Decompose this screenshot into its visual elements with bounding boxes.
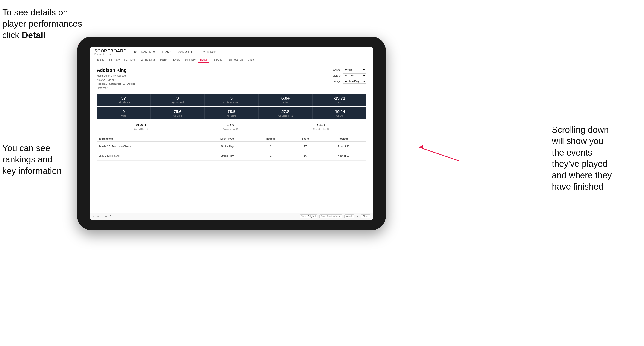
cell-rounds: 2 (252, 142, 290, 151)
tablet-frame: SCOREBOARD Powered by clippd TOURNAMENTS… (77, 37, 386, 230)
nav-rankings[interactable]: RANKINGS (202, 50, 216, 55)
table-row: Lady Coyote Invite Stroke Play 2 16 7 ou… (97, 151, 366, 161)
col-tournament: Tournament (97, 136, 202, 142)
record-item: 1-5-0Record vs top 25 (223, 123, 238, 131)
nav-tournaments[interactable]: TOURNAMENTS (134, 50, 155, 55)
stat-cell: 0Wins (97, 107, 151, 119)
col-score: Score (290, 136, 321, 142)
logo-area: SCOREBOARD Powered by clippd (94, 49, 127, 55)
annotation-bottom-left: You can see rankings and key information (2, 143, 80, 177)
stat-cell: 6.04Points (259, 94, 312, 106)
col-position: Position (321, 136, 366, 142)
division-select[interactable]: NJCAA I (343, 73, 366, 78)
table-row: Estella CC- Mountain Classic Stroke Play… (97, 142, 366, 151)
clock-icon[interactable]: ⏱ (110, 215, 112, 218)
logo-sub: Powered by clippd (94, 53, 127, 55)
record-item: 5-11-1Record vs top 50 (313, 123, 329, 131)
player-name: Addison King (97, 68, 134, 73)
player-info: Addison King Mesa Community College NJCA… (97, 68, 134, 90)
annotation-right: Scrolling down will show you the events … (552, 124, 640, 192)
cell-tournament: Estella CC- Mountain Classic (97, 142, 202, 151)
subnav-teams[interactable]: Teams (94, 57, 106, 63)
stat-cell: 3Regional Rank (151, 94, 204, 106)
svg-marker-5 (419, 145, 423, 148)
stat-cell: 78.5Adj Score (204, 107, 258, 119)
subnav-players[interactable]: Players (169, 57, 182, 63)
cell-position: 4 out of 20 (321, 142, 366, 151)
cell-position: 7 out of 20 (321, 151, 366, 161)
tablet-screen: SCOREBOARD Powered by clippd TOURNAMENTS… (90, 47, 373, 220)
gender-select[interactable]: Women Men (343, 68, 366, 72)
subnav-matrix1[interactable]: Matrix (158, 57, 169, 63)
subnav-h2hheatmap2[interactable]: H2H Heatmap (224, 57, 245, 63)
annotation-top-left: To see details on player performances cl… (2, 7, 85, 41)
division-label: Division (332, 74, 341, 77)
stat-cell: 37National Rank (97, 94, 151, 106)
cell-rounds: 2 (252, 151, 290, 161)
player-region: Region 1 - Southwest (18) District (97, 82, 134, 86)
player-filters: Gender Women Men Division NJCAA I Play (332, 68, 366, 84)
cell-score: 17 (290, 142, 321, 151)
stats-row-2: 0Wins79.6Avg Score78.5Adj Score27.8Avg S… (97, 107, 366, 119)
subnav-h2hheatmap1[interactable]: H2H Heatmap (137, 57, 158, 63)
subnav-detail[interactable]: Detail (198, 57, 209, 63)
monitor-icon[interactable]: 🖥 (356, 215, 358, 218)
settings-icon[interactable]: ⚙ (105, 215, 107, 218)
redo-icon[interactable]: ↪ (97, 215, 98, 218)
tournament-table: Tournament Event Type Rounds Score Posit… (97, 136, 366, 161)
svg-line-4 (419, 147, 460, 161)
stat-cell: 3Conference Rank (204, 94, 258, 106)
records-row: 91-20-1Overall Record1-5-0Record vs top … (97, 121, 366, 133)
stat-cell: 79.6Avg Score (151, 107, 204, 119)
share-button[interactable]: Share (361, 214, 370, 218)
watch-button[interactable]: Watch (344, 214, 354, 218)
gender-label: Gender (333, 69, 341, 71)
player-year: First Year (97, 86, 134, 90)
refresh-icon[interactable]: ⟳ (101, 215, 103, 218)
division-filter-row: Division NJCAA I (332, 73, 366, 78)
col-rounds: Rounds (252, 136, 290, 142)
nav-bar: SCOREBOARD Powered by clippd TOURNAMENTS… (90, 47, 373, 63)
stat-cell: 27.8Avg Score to Par (259, 107, 312, 119)
subnav-matrix2[interactable]: Matrix (245, 57, 256, 63)
sub-nav: Teams Summary H2H Grid H2H Heatmap Matri… (94, 57, 368, 63)
logo-scoreboard: SCOREBOARD (94, 49, 127, 53)
player-select[interactable]: Addison King (343, 79, 366, 84)
content-area[interactable]: Addison King Mesa Community College NJCA… (90, 63, 373, 213)
col-event-type: Event Type (202, 136, 252, 142)
bottom-toolbar: ↩ ↪ ⟳ ⚙ ⏱ View: Original Save Custom Vie… (90, 213, 373, 220)
stat-cell: -10.14Avg SG (312, 107, 366, 119)
subnav-summary2[interactable]: Summary (182, 57, 198, 63)
stats-row-1: 37National Rank3Regional Rank3Conference… (97, 94, 366, 106)
cell-event-type: Stroke Play (202, 142, 252, 151)
view-original-button[interactable]: View: Original (300, 214, 318, 218)
cell-event-type: Stroke Play (202, 151, 252, 161)
cell-score: 16 (290, 151, 321, 161)
cell-tournament: Lady Coyote Invite (97, 151, 202, 161)
subnav-summary1[interactable]: Summary (106, 57, 122, 63)
gender-filter-row: Gender Women Men (333, 68, 366, 72)
stat-cell: -19.71SoS (312, 94, 366, 106)
player-filter-label: Player (334, 80, 341, 83)
subnav-h2hgrid2[interactable]: H2H Grid (209, 57, 224, 63)
undo-icon[interactable]: ↩ (92, 215, 94, 218)
nav-teams[interactable]: TEAMS (162, 50, 171, 55)
player-school: Mesa Community College (97, 74, 134, 78)
player-filter-row: Player Addison King (334, 79, 366, 84)
player-header: Addison King Mesa Community College NJCA… (97, 68, 366, 90)
record-item: 91-20-1Overall Record (134, 123, 148, 131)
save-custom-view-button[interactable]: Save Custom View (320, 214, 342, 218)
nav-committee[interactable]: COMMITTEE (178, 50, 195, 55)
player-division: NJCAA Division 1 (97, 78, 134, 82)
subnav-h2hgrid1[interactable]: H2H Grid (122, 57, 137, 63)
